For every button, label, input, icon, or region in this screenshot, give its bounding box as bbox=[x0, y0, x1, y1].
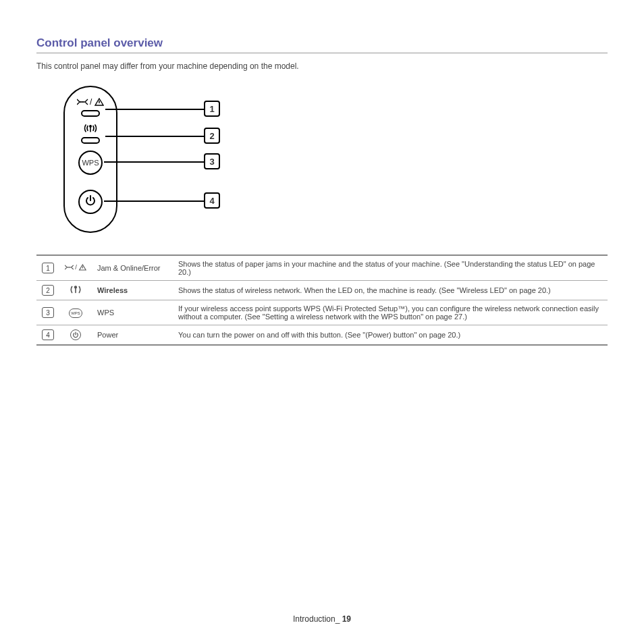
wireless-led bbox=[81, 137, 100, 144]
svg-text:/: / bbox=[75, 263, 77, 271]
description-table: 1 / Jam & Online/Error Shows the status … bbox=[36, 254, 608, 346]
callout-line-1 bbox=[105, 109, 204, 110]
table-row: 4 Power You can turn the power on and of… bbox=[36, 325, 608, 346]
callout-line-2 bbox=[105, 136, 204, 137]
row-desc: If your wireless access point supports W… bbox=[173, 300, 608, 325]
row-desc: You can turn the power on and off with t… bbox=[173, 325, 608, 346]
svg-point-10 bbox=[75, 286, 77, 288]
callout-box-4: 4 bbox=[204, 192, 220, 209]
wireless-icon bbox=[59, 281, 92, 300]
page-footer: Introduction_ 19 bbox=[0, 614, 644, 624]
wps-button: WPS bbox=[78, 151, 103, 175]
row-number: 1 bbox=[42, 263, 54, 273]
row-name: Wireless bbox=[92, 281, 173, 300]
row-name: Power bbox=[92, 325, 173, 346]
section-title: Control panel overview bbox=[36, 36, 608, 53]
table-row: 1 / Jam & Online/Error Shows the status … bbox=[36, 255, 608, 281]
wireless-indicator bbox=[81, 124, 100, 144]
jam-error-led bbox=[81, 110, 100, 117]
callout-line-3 bbox=[104, 161, 204, 163]
callout-box-3: 3 bbox=[204, 153, 220, 169]
table-row: 3 WPS WPS If your wireless access point … bbox=[36, 300, 608, 325]
power-icon bbox=[84, 194, 97, 209]
control-panel-diagram: / bbox=[63, 86, 608, 241]
row-number: 4 bbox=[42, 329, 54, 340]
table-row: 2 Wireless Shows the status of wireless … bbox=[36, 281, 608, 300]
row-name: Jam & Online/Error bbox=[92, 255, 173, 281]
row-desc: Shows the status of paper jams in your m… bbox=[173, 255, 608, 281]
wps-icon: WPS bbox=[59, 300, 92, 325]
row-desc: Shows the status of wireless network. Wh… bbox=[173, 281, 608, 300]
callout-line-4 bbox=[104, 200, 204, 202]
callout-box-1: 1 bbox=[204, 101, 220, 117]
callout-box-2: 2 bbox=[204, 128, 220, 144]
row-number: 2 bbox=[42, 285, 54, 296]
power-button bbox=[78, 190, 103, 214]
page-number: 19 bbox=[342, 614, 351, 624]
jam-error-icon: / bbox=[77, 99, 104, 108]
panel-outline: / bbox=[63, 86, 117, 233]
footer-section: Introduction bbox=[293, 614, 336, 624]
wireless-icon bbox=[84, 124, 97, 135]
power-icon bbox=[59, 325, 92, 346]
jam-error-indicator: / bbox=[77, 97, 104, 117]
jam-error-icon: / bbox=[59, 255, 92, 281]
row-number: 3 bbox=[42, 307, 54, 318]
wps-label: WPS bbox=[82, 159, 99, 167]
svg-text:/: / bbox=[90, 98, 92, 106]
intro-text: This control panel may differ from your … bbox=[36, 61, 608, 71]
svg-point-4 bbox=[90, 126, 91, 127]
row-name: WPS bbox=[92, 300, 173, 325]
